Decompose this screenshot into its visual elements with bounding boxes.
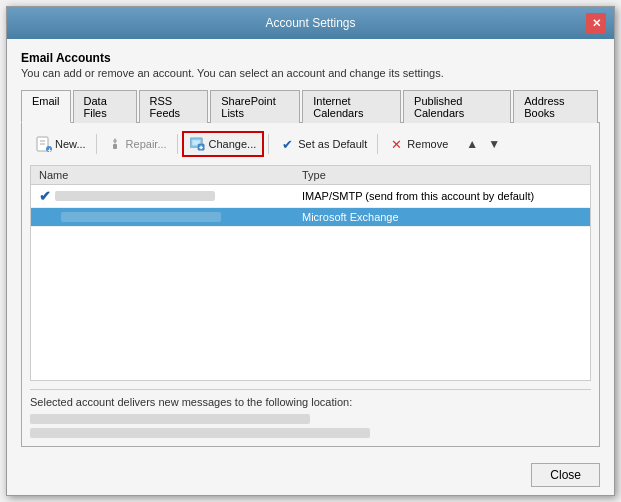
col-header-type: Type	[302, 169, 582, 181]
set-default-label: Set as Default	[298, 138, 367, 150]
separator-3	[268, 134, 269, 154]
tab-published-calendars[interactable]: Published Calendars	[403, 90, 511, 123]
new-label: New...	[55, 138, 86, 150]
dialog-title: Account Settings	[35, 16, 586, 30]
account-name-blurred	[55, 191, 215, 201]
new-icon: +	[36, 136, 52, 152]
footer-label: Selected account delivers new messages t…	[30, 396, 591, 408]
footer-section: Selected account delivers new messages t…	[30, 389, 591, 438]
table-row[interactable]: ✔ IMAP/SMTP (send from this account by d…	[31, 185, 590, 208]
remove-button[interactable]: ✕ Remove	[382, 133, 454, 155]
svg-text:+: +	[48, 147, 52, 153]
default-account-icon: ✔	[39, 188, 51, 204]
arrow-down-btn[interactable]: ▼	[484, 135, 504, 153]
new-button[interactable]: + New...	[30, 133, 92, 155]
remove-label: Remove	[407, 138, 448, 150]
tab-sharepoint-lists[interactable]: SharePoint Lists	[210, 90, 300, 123]
toolbar: + New... Repair...	[30, 131, 591, 157]
default-icon: ✔	[279, 136, 295, 152]
arrow-up-btn[interactable]: ▲	[462, 135, 482, 153]
tab-email[interactable]: Email	[21, 90, 71, 123]
tab-data-files[interactable]: Data Files	[73, 90, 137, 123]
set-default-button[interactable]: ✔ Set as Default	[273, 133, 373, 155]
table-row[interactable]: Microsoft Exchange	[31, 208, 590, 227]
dialog-footer: Close	[7, 455, 614, 495]
separator-4	[377, 134, 378, 154]
repair-button[interactable]: Repair...	[101, 133, 173, 155]
title-bar: Account Settings ✕	[7, 7, 614, 39]
tabs-bar: Email Data Files RSS Feeds SharePoint Li…	[21, 89, 600, 123]
table-header: Name Type	[31, 166, 590, 185]
col-header-name: Name	[39, 169, 302, 181]
tab-address-books[interactable]: Address Books	[513, 90, 598, 123]
dialog-body: Email Accounts You can add or remove an …	[7, 39, 614, 455]
account-type-cell: Microsoft Exchange	[302, 211, 582, 223]
remove-icon: ✕	[388, 136, 404, 152]
change-icon	[190, 136, 206, 152]
header-title: Email Accounts	[21, 51, 600, 65]
account-name-blurred	[61, 212, 221, 222]
account-type-cell: IMAP/SMTP (send from this account by def…	[302, 190, 582, 202]
footer-location-blurred-1	[30, 414, 310, 424]
account-name-cell: ✔	[39, 188, 302, 204]
change-label: Change...	[209, 138, 257, 150]
account-settings-dialog: Account Settings ✕ Email Accounts You ca…	[6, 6, 615, 496]
window-close-button[interactable]: ✕	[586, 13, 606, 33]
repair-label: Repair...	[126, 138, 167, 150]
change-button[interactable]: Change...	[182, 131, 265, 157]
account-table: Name Type ✔ IMAP/SMTP (send from this ac…	[30, 165, 591, 381]
tab-rss-feeds[interactable]: RSS Feeds	[139, 90, 209, 123]
tab-content-email: + New... Repair...	[21, 123, 600, 447]
header-description: You can add or remove an account. You ca…	[21, 67, 600, 79]
footer-location-blurred-2	[30, 428, 370, 438]
svg-rect-5	[113, 144, 117, 149]
separator-2	[177, 134, 178, 154]
repair-icon	[107, 136, 123, 152]
header-section: Email Accounts You can add or remove an …	[21, 51, 600, 79]
account-name-cell	[39, 212, 302, 222]
separator-1	[96, 134, 97, 154]
close-button[interactable]: Close	[531, 463, 600, 487]
tab-internet-calendars[interactable]: Internet Calendars	[302, 90, 401, 123]
